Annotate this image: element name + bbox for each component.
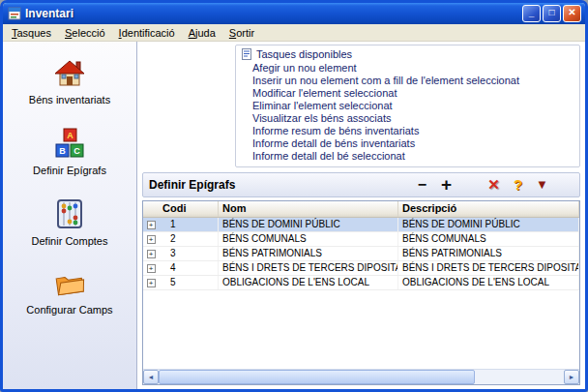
sidebar-item-configurar-camps[interactable]: Configurar Camps — [9, 269, 131, 316]
sidebar-label: Configurar Camps — [26, 304, 112, 316]
task-informe-detall[interactable]: Informe detall de béns inventariats — [242, 137, 573, 150]
minimize-button[interactable]: _ — [522, 5, 541, 22]
cell-codi: 3 — [159, 247, 219, 260]
abacus-icon — [56, 198, 83, 229]
expand-icon[interactable]: + — [147, 279, 156, 287]
scroll-right-icon: ► — [569, 374, 575, 380]
horizontal-scrollbar[interactable]: ◄ ► — [143, 369, 579, 384]
table-row-3[interactable]: + 3 BÉNS PATRIMONIALS BÉNS PATRIMONIALS — [143, 247, 579, 261]
tree-cell: + — [143, 247, 159, 260]
table-header: Codi Nom Descripció — [143, 201, 579, 218]
task-afegir[interactable]: Afegir un nou element — [242, 62, 573, 75]
app-window: Inventari _ □ ✕ Tasques Selecció Identif… — [0, 0, 588, 392]
sidebar: Béns inventariats A B C Definir Epígrafs — [3, 42, 137, 389]
epigrafs-toolbar: Definir Epígrafs − + ✕ ? ▼ — [142, 172, 580, 197]
tasks-panel-title: Tasques disponibles — [256, 48, 352, 60]
task-informe-resum[interactable]: Informe resum de béns inventariats — [242, 125, 573, 137]
window-controls: _ □ ✕ — [522, 5, 581, 22]
menu-bar: Tasques Selecció Identificació Ajuda Sor… — [3, 24, 585, 42]
table-empty-space — [143, 290, 579, 369]
table-row-4[interactable]: + 4 BÉNS I DRETS DE TERCERS DIPOSITATS I… — [143, 261, 579, 276]
tree-cell: + — [143, 232, 159, 246]
help-button[interactable]: ? — [506, 175, 530, 195]
tree-cell: + — [143, 261, 159, 275]
svg-text:B: B — [59, 146, 66, 156]
close-button[interactable]: ✕ — [563, 5, 581, 22]
cell-descripcio: OBLIGACIONS DE L'ENS LOCAL — [398, 276, 579, 289]
sidebar-item-definir-comptes[interactable]: Definir Comptes — [9, 198, 131, 247]
scroll-right-button[interactable]: ► — [564, 370, 579, 384]
app-body: Béns inventariats A B C Definir Epígrafs — [3, 42, 585, 389]
cell-codi: 2 — [159, 232, 219, 246]
app-icon — [8, 7, 21, 20]
scroll-left-button[interactable]: ◄ — [143, 370, 159, 384]
cell-descripcio: BÉNS I DRETS DE TERCERS DIPOSITATS I REV… — [398, 261, 579, 275]
cell-nom: BÉNS PATRIMONIALS — [219, 247, 398, 260]
cell-nom: BÉNS I DRETS DE TERCERS DIPOSITATS I — [219, 261, 398, 275]
header-nom[interactable]: Nom — [219, 201, 398, 217]
task-inserir[interactable]: Inserir un nou element com a fill de l'e… — [242, 75, 573, 87]
tasks-panel-header: Tasques disponibles — [242, 48, 573, 60]
expand-icon[interactable]: + — [147, 235, 156, 244]
header-codi[interactable]: Codi — [159, 201, 219, 217]
cell-codi: 5 — [159, 276, 219, 289]
sidebar-item-bens-inventariats[interactable]: Béns inventariats — [9, 57, 131, 106]
maximize-button[interactable]: □ — [543, 5, 561, 22]
cell-codi: 4 — [159, 261, 219, 275]
svg-text:C: C — [74, 146, 80, 156]
table-row-2[interactable]: + 2 BÉNS COMUNALS BÉNS COMUNALS — [143, 232, 579, 247]
tasks-panel: Tasques disponibles Afegir un nou elemen… — [235, 45, 580, 167]
header-expand-column — [143, 201, 159, 217]
cell-descripcio: BÉNS COMUNALS — [398, 232, 579, 246]
menu-ajuda[interactable]: Ajuda — [182, 26, 222, 40]
epigrafs-table: Codi Nom Descripció + 1 BÉNS DE DOMINI P… — [142, 200, 580, 385]
minus-button[interactable]: − — [410, 175, 434, 195]
task-visualitzar[interactable]: Visualitzar els béns associats — [242, 112, 573, 125]
toolbar-title: Definir Epígrafs — [149, 178, 235, 192]
menu-sortir[interactable]: Sortir — [222, 26, 261, 40]
cell-nom: BÉNS DE DOMINI PÚBLIC — [219, 218, 398, 231]
sidebar-label: Definir Comptes — [32, 235, 108, 247]
tasks-icon — [242, 48, 251, 60]
scroll-left-icon: ◄ — [148, 374, 155, 380]
toolbar-buttons: − + ✕ ? ▼ — [410, 175, 554, 195]
window-title: Inventari — [25, 7, 518, 20]
tree-cell: + — [143, 218, 159, 231]
house-icon — [51, 57, 88, 88]
expand-icon[interactable]: + — [147, 250, 156, 258]
header-descripcio[interactable]: Descripció — [398, 201, 579, 217]
folder-icon — [53, 269, 86, 298]
task-eliminar[interactable]: Eliminar l'element seleccionat — [242, 100, 573, 112]
menu-identificacio[interactable]: Identificació — [112, 26, 182, 40]
sidebar-label: Definir Epígrafs — [33, 165, 106, 176]
content-area: Tasques disponibles Afegir un nou elemen… — [137, 42, 585, 389]
task-informe-detall-be[interactable]: Informe detall del bé seleccionat — [242, 150, 573, 163]
expand-icon[interactable]: + — [147, 264, 156, 273]
svg-text:A: A — [67, 131, 74, 140]
tree-cell: + — [143, 276, 159, 289]
cell-nom: BÉNS COMUNALS — [219, 232, 398, 246]
titlebar[interactable]: Inventari _ □ ✕ — [3, 3, 585, 24]
plus-button[interactable]: + — [434, 175, 458, 195]
menu-tasques[interactable]: Tasques — [5, 26, 58, 40]
menu-seleccio[interactable]: Selecció — [58, 26, 112, 40]
expand-icon[interactable]: + — [147, 221, 156, 229]
cell-codi: 1 — [159, 218, 219, 231]
cell-descripcio: BÉNS PATRIMONIALS — [398, 247, 579, 260]
delete-button[interactable]: ✕ — [482, 175, 506, 195]
cell-descripcio: BÉNS DE DOMINI PÚBLIC — [398, 218, 579, 231]
table-row-5[interactable]: + 5 OBLIGACIONS DE L'ENS LOCAL OBLIGACIO… — [143, 276, 579, 290]
dropdown-button[interactable]: ▼ — [530, 175, 554, 195]
table-row-1[interactable]: + 1 BÉNS DE DOMINI PÚBLIC BÉNS DE DOMINI… — [143, 218, 579, 232]
scroll-track[interactable] — [159, 370, 564, 384]
scroll-thumb[interactable] — [159, 370, 475, 384]
sidebar-label: Béns inventariats — [29, 94, 110, 106]
cell-nom: OBLIGACIONS DE L'ENS LOCAL — [219, 276, 398, 289]
abc-blocks-icon: A B C — [54, 128, 85, 159]
sidebar-item-definir-epigrafs[interactable]: A B C Definir Epígrafs — [9, 128, 131, 176]
task-modificar[interactable]: Modificar l'element seleccionat — [242, 87, 573, 100]
